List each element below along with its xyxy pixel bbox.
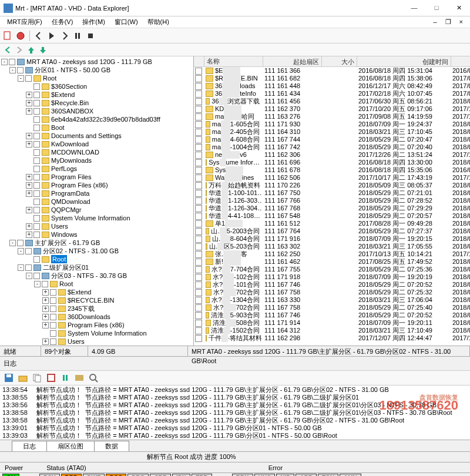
list-item[interactable]: $E…111 161 3662016/08/18 周四 15:31:042016… (194, 67, 470, 75)
checkbox[interactable] (33, 141, 40, 148)
list-item[interactable]: Sys…111 161 6782016/08/18 周四 15:35:06201… (194, 166, 470, 174)
expand-icon[interactable]: + (26, 207, 32, 213)
new-icon[interactable] (2, 31, 13, 41)
checkbox[interactable] (33, 232, 40, 238)
checkbox[interactable] (50, 330, 56, 337)
tree-node[interactable]: MyDownloads (1, 156, 192, 165)
checkbox[interactable] (25, 248, 32, 254)
checkbox[interactable] (195, 190, 202, 197)
list-item[interactable]: KD…111 162 3702017/10/20 周五 09:17:062017… (194, 105, 470, 113)
checkbox[interactable] (33, 116, 40, 123)
down-icon[interactable] (38, 45, 48, 55)
tab-sector[interactable]: 扇区位图 (46, 441, 95, 451)
menu-help[interactable]: 帮助(H) (144, 16, 173, 28)
checkbox[interactable] (33, 174, 40, 180)
col-sector[interactable]: 起始扇区 (263, 56, 322, 66)
list-item[interactable]: 张.…客111 162 2502017/10/13 周五 10:14:21201… (194, 250, 470, 258)
expand-icon[interactable]: + (26, 232, 32, 238)
expand-icon[interactable]: + (26, 182, 32, 189)
tree-node[interactable]: +2345下载 (1, 304, 192, 313)
expand-icon[interactable]: + (42, 297, 49, 304)
expand-icon[interactable]: - (26, 273, 32, 279)
tree-node[interactable]: Boot (1, 123, 192, 132)
list-item[interactable]: 水?…-102合同111 171 9182018/07/09 周一 19:20:… (194, 273, 470, 281)
expand-icon[interactable]: + (42, 338, 49, 345)
tree-node[interactable]: +Program Files (1, 173, 192, 181)
checkbox[interactable] (33, 215, 40, 222)
tree-view[interactable]: -MRT ATA0 - zeeksys ssd 120G - 111.79 GB… (0, 56, 194, 346)
list-item[interactable]: ma…哈同111 163 2762017/09/08 周五 14:19:5920… (194, 113, 470, 120)
minimize-button[interactable]: — (403, 0, 425, 16)
checkbox[interactable] (25, 264, 32, 271)
checkbox[interactable] (33, 223, 40, 230)
list-item[interactable]: 36…loads111 161 4482016/12/17 周六 08:42:4… (194, 82, 470, 90)
log-text[interactable]: 盘首数据恢复 18913587620 13:38:54 解析节点成功！ 节点路径… (0, 386, 470, 440)
checkbox[interactable] (195, 243, 202, 250)
list-item[interactable]: 清淮…-1502合同111 164 3122018/03/21 周三 17:10… (194, 327, 470, 334)
list-item[interactable]: 华道…1-126-304…111 167 7682018/05/29 周二 07… (194, 205, 470, 212)
list-item[interactable]: 山.…区5-203合同111 163 3022018/03/21 周三 17:0… (194, 243, 470, 250)
checkbox[interactable] (195, 106, 202, 113)
expand-icon[interactable]: + (26, 223, 32, 230)
checkbox[interactable] (50, 289, 56, 296)
checkbox[interactable] (195, 68, 202, 75)
expand-icon[interactable]: - (18, 248, 24, 254)
expand-icon[interactable]: + (42, 314, 49, 320)
checkbox[interactable] (33, 190, 40, 197)
list-item[interactable]: 新!…111 161 4622017/08/25 周五 17:49:522018… (194, 258, 470, 266)
tree-node[interactable]: System Volume Information (1, 329, 192, 337)
tree-node[interactable]: +Users (1, 222, 192, 230)
tree-node[interactable]: -分区01 - NTFS - 50.00 GB (1, 66, 192, 74)
list-item[interactable]: 36…浏览器下载111 161 4562017/06/30 周五 08:56:2… (194, 98, 470, 105)
tree-node[interactable]: PerfLogs (1, 165, 192, 173)
tree-node[interactable]: $360Section (1, 82, 192, 90)
save-icon[interactable] (4, 373, 14, 383)
tree-node[interactable]: +360SANDBOX (1, 107, 192, 115)
close-button[interactable]: ✕ (448, 0, 470, 16)
mdi-minimize[interactable]: – (429, 17, 440, 27)
checkbox[interactable] (195, 121, 202, 128)
checkbox[interactable] (17, 240, 24, 246)
checkbox[interactable] (195, 266, 202, 273)
open-icon[interactable] (18, 373, 28, 383)
checkbox[interactable] (42, 281, 48, 287)
checkbox[interactable] (33, 157, 40, 164)
clear-icon[interactable] (46, 373, 56, 383)
checkbox[interactable] (195, 182, 202, 189)
tree-node[interactable]: -主扩展分区 - 61.79 GB (1, 239, 192, 247)
checkbox[interactable] (195, 136, 202, 143)
next-icon[interactable] (59, 31, 70, 41)
checkbox[interactable] (33, 149, 40, 156)
maximize-button[interactable]: □ (425, 0, 448, 16)
list-item[interactable]: 水?…7-704合同111 167 7552018/05/29 周二 07:25… (194, 266, 470, 273)
prev-icon[interactable] (33, 31, 44, 41)
copy-icon[interactable] (32, 373, 42, 383)
list-item[interactable]: 万科…始趋帆资料111 170 2262018/05/09 周三 08:05:3… (194, 182, 470, 189)
tree-node[interactable]: +Program Files (x86) (1, 181, 192, 189)
tree-node[interactable]: -MRT ATA0 - zeeksys ssd 120G - 111.79 GB (1, 58, 192, 66)
checkbox[interactable] (25, 75, 32, 82)
checkbox[interactable] (195, 327, 202, 334)
checkbox[interactable] (195, 304, 202, 311)
pause-icon[interactable] (72, 31, 83, 41)
forward-icon[interactable] (14, 45, 25, 55)
mdi-close[interactable]: × (456, 17, 466, 27)
checkbox[interactable] (195, 90, 202, 98)
list-item[interactable]: ma…2-405合同111 164 3102018/03/21 周三 17:10… (194, 128, 470, 136)
list-item[interactable]: Sys…ume Infor…111 161 6962016/08/18 周四 1… (194, 159, 470, 166)
checkbox[interactable] (17, 67, 24, 73)
tree-node[interactable]: -分区02 - NTFS - 31.00 GB (1, 247, 192, 255)
mdi-maximize[interactable]: ❐ (442, 17, 455, 27)
list-item[interactable]: 千件…·将结其材料111 162 2982017/12/07 周四 12:44:… (194, 334, 470, 342)
search-icon[interactable] (88, 373, 99, 383)
list-item[interactable]: Wa…ines111 162 5062017/10/17 周二 17:43:19… (194, 174, 470, 182)
checkbox[interactable] (33, 256, 40, 263)
list-item[interactable]: ne…v6111 162 3062017/12/26 周二 13:51:2420… (194, 151, 470, 159)
tree-node[interactable]: 6eb4da42afd322c39d9e007b8dad03ff (1, 115, 192, 123)
expand-icon[interactable]: - (18, 75, 24, 82)
list-item[interactable]: 水?…702合同111 167 7582018/05/29 周二 07:25:4… (194, 304, 470, 311)
checkbox[interactable] (195, 228, 202, 235)
tree-node[interactable]: +KwDownload (1, 140, 192, 148)
tree-node[interactable]: +Users (1, 337, 192, 346)
tree-node[interactable]: MCDOWNLOAD (1, 148, 192, 156)
